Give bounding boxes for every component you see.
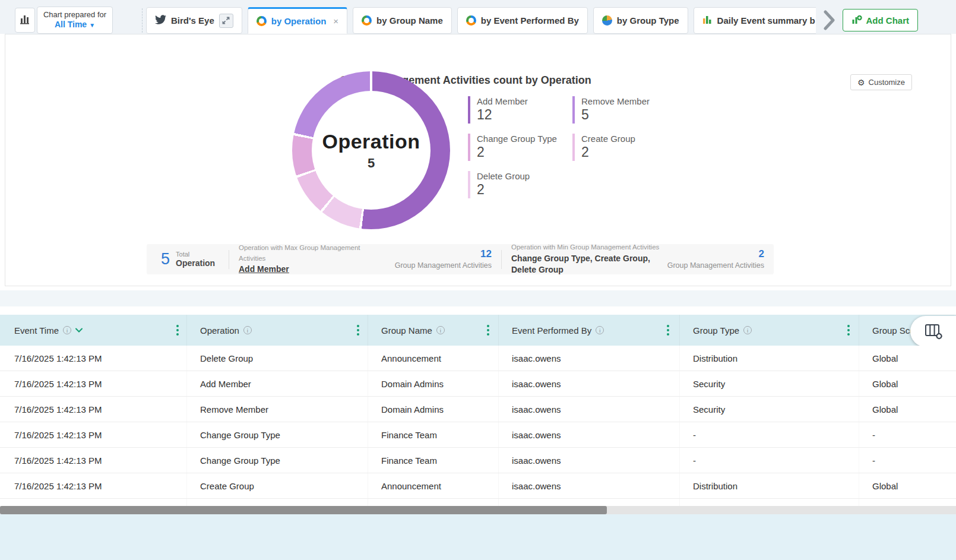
- stat-min-group: Operation with Min Group Management Acti…: [502, 242, 774, 276]
- caret-down-icon: ▼: [89, 22, 95, 29]
- column-settings-button[interactable]: [910, 316, 956, 347]
- info-icon[interactable]: i: [63, 326, 71, 334]
- column-header-operation[interactable]: Operation i: [187, 315, 368, 346]
- add-chart-label: Add Chart: [866, 15, 910, 26]
- legend-item-remove-member[interactable]: Remove Member 5: [572, 96, 650, 124]
- cell-event-time: 7/16/2025 1:42:13 PM: [0, 422, 187, 447]
- cell-group-scope: Global: [859, 473, 956, 498]
- cell-group-name: Finance Team: [368, 499, 499, 506]
- sort-chevron-icon[interactable]: [75, 328, 83, 333]
- tab-by-group-name[interactable]: by Group Name: [353, 7, 452, 34]
- donut-center-label: Operation: [322, 130, 420, 153]
- column-menu-icon[interactable]: [357, 325, 359, 327]
- cell-group-scope: Global: [859, 397, 956, 422]
- legend-value: 12: [477, 107, 572, 122]
- gear-icon: ⚙: [857, 78, 865, 87]
- expand-icon[interactable]: [219, 14, 233, 28]
- stat-max-value: 12: [395, 248, 492, 261]
- legend-label: Change Group Type: [477, 134, 572, 144]
- donut-chart[interactable]: Operation 5: [292, 71, 450, 229]
- tabs-scroll-right-button[interactable]: [818, 8, 840, 32]
- tab-label: by Group Name: [376, 15, 443, 26]
- cell-group-name: Finance Team: [368, 448, 499, 473]
- table-row: 7/16/2025 1:42:13 PM Change Group Type F…: [0, 448, 956, 473]
- stat-total-value: 5: [161, 250, 170, 268]
- cell-group-scope: Global: [859, 371, 956, 396]
- legend-label: Create Group: [581, 134, 650, 144]
- info-icon[interactable]: i: [436, 326, 445, 334]
- stat-min-name: Change Group Type, Create Group, Delete …: [511, 253, 660, 276]
- chart-legend: Add Member 12 Remove Member 5 Change Gro…: [468, 96, 650, 198]
- tab-daily-event-summary[interactable]: Daily Event summary b: [694, 7, 816, 34]
- column-menu-icon[interactable]: [176, 325, 179, 327]
- cell-operation: Change Group Type: [187, 422, 368, 447]
- table-row: 7/16/2025 1:42:13 PM Create Group Financ…: [0, 499, 956, 506]
- horizontal-scrollbar[interactable]: [0, 506, 956, 514]
- column-header-event-time[interactable]: Event Time i: [0, 315, 187, 346]
- cell-operation: Create Group: [187, 473, 368, 498]
- scrollbar-thumb[interactable]: [0, 506, 607, 514]
- legend-item-change-group-type[interactable]: Change Group Type 2: [468, 134, 572, 161]
- tab-by-operation[interactable]: by Operation ×: [248, 7, 347, 34]
- stat-max-group: Operation with Max Group Management Acti…: [229, 243, 501, 275]
- column-menu-icon[interactable]: [667, 325, 669, 327]
- time-range-dropdown[interactable]: Chart prepared for All Time▼: [37, 7, 113, 34]
- table-row: 7/16/2025 1:42:13 PM Create Group Announ…: [0, 473, 956, 499]
- column-menu-icon[interactable]: [487, 325, 489, 327]
- column-label: Event Performed By: [512, 325, 591, 336]
- tab-by-group-type[interactable]: by Group Type: [593, 7, 688, 34]
- chart-library-button[interactable]: [15, 8, 35, 33]
- cell-group-type: Distribution: [680, 346, 859, 371]
- customize-button[interactable]: ⚙ Customize: [850, 74, 912, 90]
- stat-min-caption: Operation with Min Group Management Acti…: [511, 242, 660, 252]
- cell-operation: Remove Member: [187, 397, 368, 422]
- column-menu-icon[interactable]: [847, 325, 850, 327]
- legend-value: 2: [477, 182, 572, 197]
- info-icon[interactable]: i: [243, 326, 252, 334]
- info-icon[interactable]: i: [596, 326, 604, 334]
- cell-group-name: Announcement: [368, 473, 499, 498]
- legend-item-create-group[interactable]: Create Group 2: [572, 134, 650, 161]
- cell-event-time: 7/16/2025 1:42:13 PM: [0, 371, 187, 396]
- column-header-group-type[interactable]: Group Type i: [680, 315, 859, 346]
- legend-item-add-member[interactable]: Add Member 12: [468, 96, 572, 124]
- cell-event-performed-by: isaac.owens: [499, 371, 680, 396]
- close-tab-icon[interactable]: ×: [333, 16, 338, 26]
- column-label: Operation: [200, 325, 239, 336]
- legend-value: 5: [581, 107, 650, 122]
- info-icon[interactable]: i: [743, 326, 752, 334]
- legend-value: 2: [477, 144, 572, 160]
- cell-event-performed-by: isaac.owens: [499, 473, 680, 498]
- legend-item-delete-group[interactable]: Delete Group 2: [468, 171, 572, 198]
- cell-operation: Create Group: [187, 499, 368, 506]
- column-chooser-icon: [924, 322, 943, 340]
- cell-group-scope: Global: [859, 499, 956, 506]
- tab-label: by Event Performed By: [481, 15, 579, 26]
- cell-event-time: 7/16/2025 1:42:13 PM: [0, 499, 187, 506]
- stat-min-unit: Group Management Activities: [667, 261, 764, 270]
- table-body: 7/16/2025 1:42:13 PM Delete Group Announ…: [0, 346, 956, 506]
- tab-label: Daily Event summary b: [717, 15, 815, 26]
- cell-event-time: 7/16/2025 1:42:13 PM: [0, 346, 187, 371]
- chart-tabs: Bird's Eye by Operation × by Group Name …: [146, 7, 816, 34]
- tab-label: Bird's Eye: [171, 15, 214, 26]
- stat-max-unit: Group Management Activities: [395, 261, 492, 270]
- customize-label: Customize: [869, 78, 905, 87]
- tab-birds-eye[interactable]: Bird's Eye: [146, 7, 242, 34]
- stat-max-name[interactable]: Add Member: [239, 264, 388, 276]
- cell-group-name: Domain Admins: [368, 397, 499, 422]
- donut-center-value: 5: [368, 156, 375, 171]
- tab-by-event-performed-by[interactable]: by Event Performed By: [457, 7, 588, 34]
- column-header-group-name[interactable]: Group Name i: [368, 315, 499, 346]
- cell-group-type: -: [680, 448, 859, 473]
- cell-event-performed-by: isaac.owens: [499, 499, 680, 506]
- column-header-event-performed-by[interactable]: Event Performed By i: [499, 315, 680, 346]
- cell-group-scope: -: [859, 422, 956, 447]
- time-range-value: All Time▼: [55, 20, 95, 30]
- table-row: 7/16/2025 1:42:13 PM Delete Group Announ…: [0, 346, 956, 371]
- tab-label: by Operation: [271, 16, 327, 26]
- cell-group-name: Finance Team: [368, 422, 499, 447]
- donut-chart-icon: [362, 15, 372, 26]
- add-chart-button[interactable]: Add Chart: [843, 9, 919, 31]
- cell-group-name: Announcement: [368, 346, 499, 371]
